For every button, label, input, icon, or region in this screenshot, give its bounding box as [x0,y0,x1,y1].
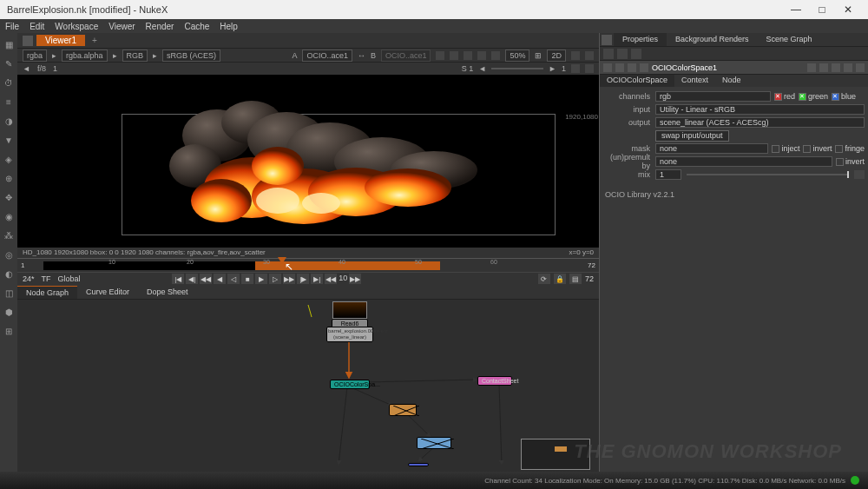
playback-flipbook-icon[interactable]: ▤ [569,274,582,284]
playback-lock-icon[interactable]: 🔒 [554,274,566,284]
viewer-input-b[interactable]: OCIO..ace1 [381,50,431,62]
node-name[interactable]: OCIOColorSpace1 [652,63,804,72]
menu-workspace[interactable]: Workspace [55,22,98,31]
prop-focus-icon[interactable] [628,63,636,72]
timeline[interactable]: 1 10 20 30 40 50 60 ↖ 72 [17,258,599,272]
premult-field[interactable]: none [655,156,832,167]
tab-node-graph[interactable]: Node Graph [17,286,77,299]
subtab-node[interactable]: Node [715,75,748,87]
node-read-thumbnail[interactable] [332,301,367,319]
viewer-settings-icon[interactable] [571,51,580,60]
node-contact-sheet[interactable]: ContactSheet [477,376,512,386]
menu-viewer[interactable]: Viewer [108,22,135,31]
menu-render[interactable]: Render [146,22,174,31]
viewer-lock-icon[interactable] [436,51,444,60]
playback-last-icon[interactable]: ▶| [311,274,323,284]
menu-edit[interactable]: Edit [30,22,44,31]
viewer-fullscreen-icon[interactable] [585,51,594,60]
viewer-layer[interactable]: RGB [122,50,148,62]
viewer-input-a[interactable]: OCIO..ace1 [302,50,352,62]
tool-views-icon[interactable]: ◐ [3,268,15,280]
chk-inject[interactable] [772,145,779,153]
playback-tf[interactable]: TF [42,274,51,283]
chk-blue[interactable]: ✕ [832,93,839,101]
tool-draw-icon[interactable]: ✎ [3,57,15,69]
input-field[interactable]: Utility - Linear - sRGB [655,104,865,115]
playback-end-frame[interactable]: 72 [585,274,594,283]
window-close[interactable]: ✕ [835,3,861,16]
playback-fps[interactable]: 24* [23,274,35,283]
output-field[interactable]: scene_linear (ACES - ACEScg) [655,117,865,128]
subtab-context[interactable]: Context [674,75,715,87]
mix-value[interactable]: 1 [655,169,681,180]
prop-help-icon[interactable] [844,63,852,72]
tab-properties[interactable]: Properties [614,33,667,46]
viewer-pause-icon[interactable] [477,51,486,60]
viewer-roi-icon[interactable] [450,51,458,60]
tool-image-icon[interactable]: ▦ [3,38,15,50]
playback-step-fwd-icon[interactable]: ▶▶ [283,274,295,284]
chk-fringe[interactable] [835,145,843,153]
mix-anim-icon[interactable] [854,170,865,179]
node-small[interactable] [555,446,567,452]
viewer-zoom[interactable]: 50% [505,50,529,62]
playback-step-back-icon[interactable]: ◀◀ [200,274,212,284]
tool-deep-icon[interactable]: ◎ [3,248,15,261]
viewer-slot[interactable]: S 1 [462,64,474,73]
playback-skip-fwd-icon[interactable]: ▶▶ [349,274,361,284]
viewer-fstop[interactable]: f/8 [37,64,46,73]
prop-redo-icon[interactable] [819,63,828,72]
swap-button[interactable]: swap input/output [655,130,729,142]
tool-particles-icon[interactable]: ⁂ [3,229,15,241]
prop-stack-icon[interactable] [617,49,628,59]
chk-red[interactable]: ✕ [774,93,782,101]
prop-undo-icon[interactable] [807,63,816,72]
playback-first-icon[interactable]: |◀ [172,274,184,284]
node-blur[interactable] [417,437,451,449]
window-minimize[interactable]: — [783,3,809,16]
playback-play-back-icon[interactable]: ◀ [214,274,226,284]
tool-filter-icon[interactable]: ▼ [3,134,15,146]
viewer-proxy-icon[interactable] [464,51,472,60]
viewer-channel-a[interactable]: rgba [23,50,47,62]
tool-keyer-icon[interactable]: ◈ [3,153,15,165]
node-ocio[interactable]: OCIOColorSpa... [330,380,370,389]
prop-pin-icon[interactable] [603,63,612,72]
tab-curve-editor[interactable]: Curve Editor [77,286,138,298]
prop-clear-icon[interactable] [631,49,641,59]
node-roto[interactable] [389,404,417,416]
playback-skip[interactable]: 10 [339,274,347,284]
node-graph[interactable]: Read6 barrel_explosion.00##.exr (scene_l… [17,300,599,472]
tool-time-icon[interactable]: ⏱ [3,76,15,89]
playback-next-key-icon[interactable]: |▶ [297,274,309,284]
playback-prev-key-icon[interactable]: ◀| [186,274,198,284]
viewer-channel-b[interactable]: rgba.alpha [62,50,108,62]
viewer-wipe-icon[interactable] [585,64,594,73]
tab-dope-sheet[interactable]: Dope Sheet [138,286,197,298]
tool-3d-icon[interactable]: ◉ [3,210,15,222]
tool-other-icon[interactable]: ⬢ [3,306,15,318]
mix-slider[interactable] [687,174,849,175]
chk-green[interactable]: ✕ [799,93,806,101]
playback-frame-back-icon[interactable]: ◁ [227,274,240,284]
menu-file[interactable]: File [5,22,19,31]
viewer-gamma[interactable]: 1 [562,64,566,73]
playback-range[interactable]: Global [58,274,81,283]
channels-field[interactable]: rgb [655,91,771,102]
viewer-add-tab[interactable]: + [92,36,97,45]
prop-close-icon[interactable] [856,63,865,72]
viewer-2d-mode[interactable]: 2D [547,50,566,62]
chk-invert-premult[interactable] [836,158,844,166]
viewer-colorspace[interactable]: sRGB (ACES) [162,50,220,62]
tool-channels-icon[interactable]: ≡ [3,96,15,108]
tab-scene-graph[interactable]: Scene Graph [758,33,821,46]
tool-color-icon[interactable]: ◑ [3,115,15,127]
window-maximize[interactable]: □ [809,3,835,16]
mask-field[interactable]: none [655,143,768,154]
viewer-menu-icon[interactable] [23,36,33,46]
playback-skip-back-icon[interactable]: ◀◀ [325,274,337,284]
viewer-clip-icon[interactable] [571,64,580,73]
viewer-gain[interactable]: 1 [53,64,57,73]
chk-invert-mask[interactable] [803,145,811,153]
playback-stop-icon[interactable]: ■ [241,274,253,284]
